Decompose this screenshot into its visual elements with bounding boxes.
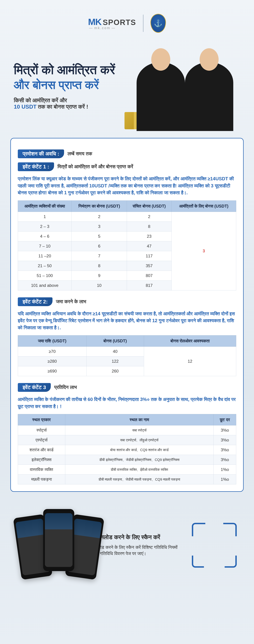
table-cell: 3%o — [214, 445, 236, 455]
table-cell: 807 — [127, 271, 172, 280]
event2-body: यदि आमंत्रित व्यक्ति अभियान अवधि के दौरा… — [18, 310, 236, 331]
table-cell: एस्पोर्ट्स — [18, 435, 65, 445]
table-cell: 2 — [72, 212, 127, 222]
table-cell: स्पोर्ट्स — [18, 426, 65, 435]
table-header: छूट दर — [214, 414, 236, 426]
promo-card: प्रमोशन की अवधि : लम्बें समय तक इवेंट कं… — [10, 138, 244, 492]
brand-header: MK SPORTS mk.com — [0, 8, 254, 41]
table-cell: सबा एस्पोर्ट्स、लीहुओ एस्पोर्ट्स — [65, 435, 214, 445]
table-header: निमंत्रण का बोनस (USDT) — [72, 200, 127, 212]
table-cell: 4 – 6 — [18, 231, 72, 241]
table-cell: 2 – 3 — [18, 222, 72, 231]
hero-subtitle-accent: 10 USDT — [14, 104, 37, 110]
table-row: स्पोर्ट्ससबा स्पोर्ट्स3%o — [18, 426, 236, 435]
table-row: ≥704012 — [18, 347, 236, 356]
table-cell: 101 and above — [18, 280, 72, 290]
promo-period-value: लम्बें समय तक — [68, 151, 92, 157]
table-cell: 10 — [72, 280, 127, 290]
hero-section: मित्रों को आमंत्रित करें और बोनस प्राप्त… — [0, 41, 254, 131]
rollover-cell: 12 — [144, 347, 236, 376]
table-header: स्थल का नाम — [65, 414, 214, 426]
table-cell: 47 — [127, 241, 172, 251]
table-cell: 1%o — [214, 465, 236, 474]
table-cell: 11 –20 — [18, 251, 72, 261]
table-cell: 8 — [127, 222, 172, 231]
hero-subtitle-prefix: किसी को आमंत्रित करें और — [14, 97, 67, 104]
table-header: संचित बोनस (USDT) — [127, 200, 172, 212]
table-cell: सबा स्पोर्ट्स — [65, 426, 214, 435]
qr-scan-frame — [192, 523, 237, 568]
table-row: एस्पोर्ट्ससबा एस्पोर्ट्स、लीहुओ एस्पोर्ट्… — [18, 435, 236, 445]
event1-table: आमंत्रित व्यक्तियों की संख्यानिमंत्रण का… — [18, 200, 236, 290]
hero-title-2: और बोनस प्राप्त करें — [14, 78, 123, 92]
table-cell: 357 — [127, 261, 172, 271]
table-cell: 40 — [86, 347, 144, 356]
table-cell: 23 — [127, 231, 172, 241]
table-cell: 3%o — [214, 426, 236, 435]
event2-label: इवेंट कंटेंट 2: — [18, 297, 53, 306]
table-cell: 817 — [127, 280, 172, 290]
table-row: वास्तविक व्यक्तिडीबी वास्तविक व्यक्ति、ईव… — [18, 465, 236, 474]
table-cell: वास्तविक व्यक्ति — [18, 465, 65, 474]
footer-section: APP डाउनलोड करने के लिए स्कैन करें APP ड… — [0, 499, 254, 592]
table-cell: ≥280 — [18, 356, 86, 366]
table-cell: 6 — [72, 241, 127, 251]
table-cell: 3%o — [214, 435, 236, 445]
hero-illustration — [123, 41, 240, 131]
event1-label: इवेंट कंटेंट 1 : — [18, 162, 54, 171]
event3-value: प्रतिदिन लाभ — [54, 384, 77, 390]
table-header: बोनस (USDT) — [86, 336, 144, 347]
table-cell: 5 — [72, 231, 127, 241]
phone-mockup-icon — [43, 509, 74, 571]
table-cell: 122 — [86, 356, 144, 366]
table-header: आमंत्रित व्यक्तियों की संख्या — [18, 200, 72, 212]
table-cell: 21 – 50 — [18, 261, 72, 271]
table-cell: 117 — [127, 251, 172, 261]
table-cell: शतरंज और कार्ड — [18, 445, 65, 455]
table-header: बोनस रोलओवर आवश्यकता — [144, 336, 236, 347]
event3-body: आमंत्रित व्यक्ति के पंजीकरण की तारीख से … — [18, 396, 236, 410]
table-header: आमंत्रितों के लिए बोनस (USDT) — [172, 200, 236, 212]
table-row: इलेक्ट्रॉनिक्सडीबी इलेक्ट्रॉनिक्स、जेडीबी… — [18, 455, 236, 465]
event1-value: मित्रों को आमंत्रित करें और बोनस प्राप्त… — [58, 164, 133, 170]
table-cell: 3 — [72, 222, 127, 231]
event2-table: जमा राशि (USDT)बोनस (USDT)बोनस रोलओवर आव… — [18, 335, 236, 376]
event1-body: प्रमोशन लिंक या क्यूआर कोड के माध्यम से … — [18, 175, 236, 196]
invitee-bonus-cell: 3 — [172, 212, 236, 290]
brand-sports: SPORTS — [103, 18, 136, 27]
app-screenshots — [17, 509, 68, 582]
club-crest-icon — [150, 14, 166, 33]
table-cell: मछली पकड़ना — [18, 474, 65, 484]
hero-subtitle: किसी को आमंत्रित करें और 10 USDT तक का ब… — [14, 97, 123, 110]
table-cell: 7 – 10 — [18, 241, 72, 251]
table-cell: डीबी वास्तविक व्यक्ति、ईवीओ वास्तविक व्यक… — [65, 465, 214, 474]
table-header: स्थल प्रकार — [18, 414, 65, 426]
table-cell: 9 — [72, 271, 127, 280]
table-cell: ≥70 — [18, 347, 86, 356]
table-row: 1223 — [18, 212, 236, 222]
header-divider — [143, 15, 144, 32]
event2-value: जमा करने के लाभ — [56, 299, 86, 304]
event3-table: स्थल प्रकारस्थल का नामछूट दर स्पोर्ट्ससब… — [18, 414, 236, 484]
table-cell: 1 — [18, 212, 72, 222]
table-cell: डीबी मछली पकड़ना、जेडीबी मछली पकड़ना、CQ9 … — [65, 474, 214, 484]
table-cell: 51 – 100 — [18, 271, 72, 280]
person-celebrating-icon — [137, 62, 185, 131]
table-cell: 3%o — [214, 455, 236, 465]
table-cell: 7 — [72, 251, 127, 261]
table-cell: डीबी इलेक्ट्रॉनिक्स、जेडीबी इलेक्ट्रॉनिक्… — [65, 455, 214, 465]
table-cell: ≥690 — [18, 366, 86, 376]
brand-mk: MK — [88, 17, 101, 27]
brand-logo: MK SPORTS mk.com — [88, 17, 136, 30]
brand-domain: mk.com — [88, 26, 117, 30]
table-cell: 8 — [72, 261, 127, 271]
table-cell: इलेक्ट्रॉनिक्स — [18, 455, 65, 465]
table-header: जमा राशि (USDT) — [18, 336, 86, 347]
promo-period-label: प्रमोशन की अवधि : — [18, 150, 64, 158]
person-with-money-icon — [185, 62, 233, 131]
hero-title-1: मित्रों को आमंत्रित करें — [14, 62, 123, 77]
hero-subtitle-suffix: तक का बोनस प्राप्त करें ! — [38, 104, 88, 110]
table-cell: 260 — [86, 366, 144, 376]
table-row: मछली पकड़नाडीबी मछली पकड़ना、जेडीबी मछली … — [18, 474, 236, 484]
event3-label: इवेंट कंटेंट 3 — [18, 383, 51, 392]
